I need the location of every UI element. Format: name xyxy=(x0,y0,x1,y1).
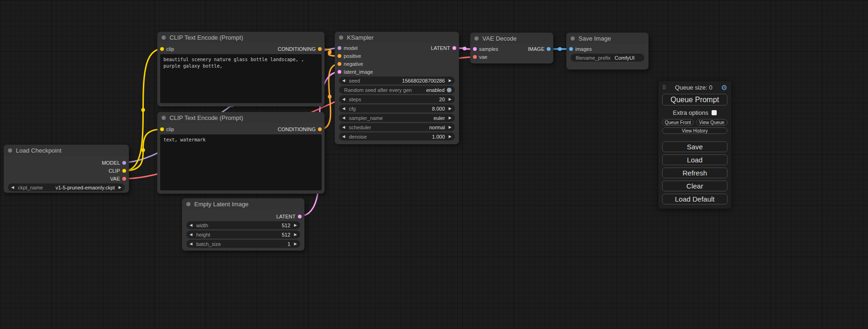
input-dot-negative[interactable] xyxy=(338,62,341,66)
increment-arrow-icon[interactable]: ▶ xyxy=(449,98,452,101)
widget-width[interactable]: ◀ width 512 ▶ xyxy=(186,221,300,229)
input-dot-clip[interactable] xyxy=(160,127,164,131)
refresh-button[interactable]: Refresh xyxy=(662,168,727,178)
node-title-bar[interactable]: KSampler xyxy=(335,32,459,43)
increment-arrow-icon[interactable]: ▶ xyxy=(294,242,297,246)
widget-filename-prefix[interactable]: filename_prefix ComfyUI xyxy=(571,54,644,62)
node-ksampler[interactable]: KSampler model LATENT positive negative … xyxy=(335,32,459,144)
increment-arrow-icon[interactable]: ▶ xyxy=(449,126,452,129)
extra-options-row: Extra options xyxy=(662,109,727,116)
input-dot-latent-image[interactable] xyxy=(338,70,341,74)
collapse-dot[interactable] xyxy=(339,35,343,40)
clear-button[interactable]: Clear xyxy=(662,181,727,191)
node-save-image[interactable]: Save Image images filename_prefix ComfyU… xyxy=(566,33,649,70)
decrement-arrow-icon[interactable]: ◀ xyxy=(190,224,192,227)
decrement-arrow-icon[interactable]: ◀ xyxy=(342,135,345,139)
node-vae-decode[interactable]: VAE Decode samples IMAGE vae xyxy=(470,33,553,63)
slot-row: VAE xyxy=(4,175,129,182)
input-dot-model[interactable] xyxy=(338,46,341,50)
decrement-arrow-icon[interactable]: ◀ xyxy=(342,116,345,120)
increment-arrow-icon[interactable]: ▶ xyxy=(119,186,121,189)
node-title-bar[interactable]: VAE Decode xyxy=(470,33,553,44)
node-title-bar[interactable]: CLIP Text Encode (Prompt) xyxy=(157,32,325,43)
widget-height[interactable]: ◀ height 512 ▶ xyxy=(186,231,300,238)
input-label-negative: negative xyxy=(344,61,363,67)
input-dot-clip[interactable] xyxy=(160,47,164,51)
save-button[interactable]: Save xyxy=(662,141,727,152)
input-label-vae: vae xyxy=(479,54,487,60)
prompt-textarea[interactable]: text, watermark xyxy=(160,134,322,190)
node-clip-text-encode-positive[interactable]: CLIP Text Encode (Prompt) clip CONDITION… xyxy=(157,32,325,106)
extra-options-checkbox[interactable] xyxy=(712,110,717,115)
widget-random-seed-toggle[interactable]: Random seed after every gen enabled xyxy=(339,86,455,94)
comfyui-canvas[interactable]: { "colors": { "model": "#B39DDB", "clip"… xyxy=(0,0,868,329)
output-label-latent: LATENT xyxy=(276,214,296,219)
slot-row: MODEL xyxy=(4,159,129,167)
node-title: VAE Decode xyxy=(482,35,516,42)
increment-arrow-icon[interactable]: ▶ xyxy=(449,79,452,83)
toggle-dot[interactable] xyxy=(447,88,452,92)
widget-batch-size[interactable]: ◀ batch_size 1 ▶ xyxy=(186,240,300,248)
queue-prompt-button[interactable]: Queue Prompt xyxy=(662,94,727,105)
drag-handle-icon[interactable]: ⠿ xyxy=(662,84,666,91)
decrement-arrow-icon[interactable]: ◀ xyxy=(342,126,345,129)
output-dot-model[interactable] xyxy=(122,161,126,165)
collapse-dot[interactable] xyxy=(186,202,191,206)
node-clip-text-encode-negative[interactable]: CLIP Text Encode (Prompt) clip CONDITION… xyxy=(157,112,325,194)
widget-denoise[interactable]: ◀ denoise 1.000 ▶ xyxy=(339,133,455,140)
widget-label: batch_size xyxy=(196,241,221,247)
node-title-bar[interactable]: CLIP Text Encode (Prompt) xyxy=(157,112,325,123)
view-history-button[interactable]: View History xyxy=(662,127,727,134)
collapse-dot[interactable] xyxy=(162,35,166,40)
node-title-bar[interactable]: Empty Latent Image xyxy=(182,198,304,210)
widget-label: cfg xyxy=(349,106,356,112)
settings-gear-icon[interactable]: ⚙ xyxy=(721,84,727,91)
decrement-arrow-icon[interactable]: ◀ xyxy=(190,233,192,237)
output-dot-conditioning[interactable] xyxy=(318,47,322,51)
widget-value: 512 xyxy=(282,232,290,238)
decrement-arrow-icon[interactable]: ◀ xyxy=(342,98,345,101)
decrement-arrow-icon[interactable]: ◀ xyxy=(11,186,14,189)
input-dot-images[interactable] xyxy=(569,47,573,51)
node-load-checkpoint[interactable]: Load Checkpoint MODEL CLIP VAE ◀ ckpt_na… xyxy=(4,145,129,193)
wire-midpoint-dot xyxy=(141,108,145,112)
increment-arrow-icon[interactable]: ▶ xyxy=(449,116,452,120)
widget-ckpt-name[interactable]: ◀ ckpt_name v1-5-pruned-emaonly.ckpt ▶ xyxy=(8,183,125,191)
decrement-arrow-icon[interactable]: ◀ xyxy=(190,242,192,246)
output-dot-conditioning[interactable] xyxy=(318,127,322,131)
increment-arrow-icon[interactable]: ▶ xyxy=(294,224,297,227)
decrement-arrow-icon[interactable]: ◀ xyxy=(342,107,345,111)
input-dot-vae[interactable] xyxy=(473,55,477,59)
wire-midpoint-dot xyxy=(558,47,562,51)
node-title-bar[interactable]: Save Image xyxy=(566,33,649,44)
increment-arrow-icon[interactable]: ▶ xyxy=(294,233,297,237)
output-dot-latent[interactable] xyxy=(452,46,456,50)
output-dot-clip[interactable] xyxy=(122,169,126,173)
queue-front-button[interactable]: Queue Front xyxy=(662,119,694,126)
output-dot-vae[interactable] xyxy=(122,177,126,181)
output-dot-latent[interactable] xyxy=(298,215,302,218)
collapse-dot[interactable] xyxy=(571,36,575,41)
queue-panel: ⠿ Queue size: 0 ⚙ Queue Prompt Extra opt… xyxy=(658,81,731,209)
increment-arrow-icon[interactable]: ▶ xyxy=(449,107,452,111)
node-title-bar[interactable]: Load Checkpoint xyxy=(4,145,129,156)
output-label-model: MODEL xyxy=(102,160,120,166)
widget-sampler-name[interactable]: ◀ sampler_name euler ▶ xyxy=(339,114,455,122)
collapse-dot[interactable] xyxy=(8,148,12,153)
input-dot-samples[interactable] xyxy=(473,47,477,51)
prompt-textarea[interactable]: beautiful scenery nature glass bottle la… xyxy=(160,54,322,103)
collapse-dot[interactable] xyxy=(162,116,166,120)
load-default-button[interactable]: Load Default xyxy=(662,194,727,204)
widget-cfg[interactable]: ◀ cfg 8.000 ▶ xyxy=(339,105,455,112)
view-queue-button[interactable]: View Queue xyxy=(696,119,728,126)
output-dot-image[interactable] xyxy=(547,47,550,51)
widget-steps[interactable]: ◀ steps 20 ▶ xyxy=(339,95,455,103)
collapse-dot[interactable] xyxy=(474,36,479,41)
input-dot-positive[interactable] xyxy=(338,54,341,58)
load-button[interactable]: Load xyxy=(662,154,727,165)
widget-scheduler[interactable]: ◀ scheduler normal ▶ xyxy=(339,123,455,131)
increment-arrow-icon[interactable]: ▶ xyxy=(449,135,452,139)
decrement-arrow-icon[interactable]: ◀ xyxy=(342,79,345,83)
node-empty-latent-image[interactable]: Empty Latent Image LATENT ◀ width 512 ▶ … xyxy=(182,198,304,251)
widget-seed[interactable]: ◀ seed 156680208700286 ▶ xyxy=(339,77,455,84)
